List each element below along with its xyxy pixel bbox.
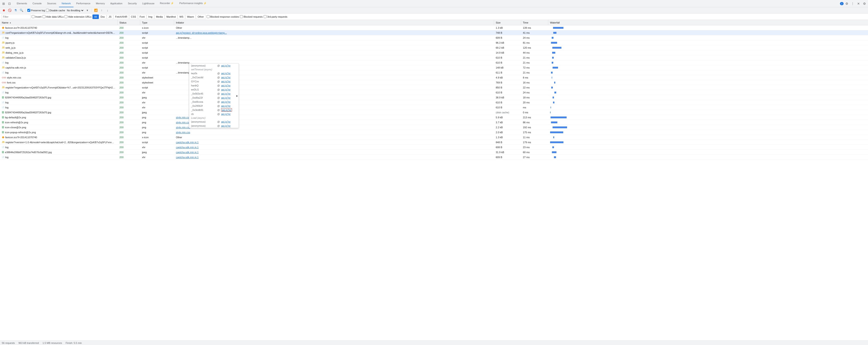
popup-link[interactable]: api.js?pr — [221, 64, 230, 67]
filter-btn-doc[interactable]: Doc — [99, 15, 107, 19]
throttle-dropdown-btn[interactable]: ▾ — [85, 8, 90, 13]
blocked-cookies-checkbox[interactable] — [207, 15, 210, 18]
close-devtools-btn[interactable]: ✕ — [856, 1, 861, 6]
popup-link[interactable]: api.js?pr — [221, 113, 230, 115]
record-btn[interactable]: ⏺ — [1, 8, 6, 13]
tab-performance[interactable]: Performance — [73, 0, 93, 7]
initiator-link[interactable]: style.min.css — [176, 126, 190, 129]
filter-btn-ws[interactable]: WS — [178, 15, 185, 19]
tab-sources[interactable]: Sources — [44, 0, 59, 7]
table-row[interactable]: 🖼bg-default@2x.png200pngstyle.min.css5.9… — [0, 115, 868, 120]
table-row[interactable]: CSSfont.css200stylesheet769 B16 ms — [0, 80, 868, 85]
preserve-log-checkbox[interactable] — [27, 9, 30, 12]
clear-btn[interactable]: 🚫 — [7, 8, 12, 13]
filter-btn-font[interactable]: Font — [138, 15, 147, 19]
popup-link[interactable]: api.js?pr — [221, 108, 232, 112]
table-row[interactable]: JSweb_jy.js200script69.2 kB120 ms — [0, 45, 868, 50]
filter-btn-media[interactable]: Media — [154, 15, 164, 19]
tab-recorder[interactable]: Recorder ⚡ — [157, 0, 177, 7]
initiator-link[interactable]: style.min.css — [176, 121, 190, 124]
table-row[interactable]: 🖼icon-close@2x.png200pngstyle.min.css2.2… — [0, 125, 868, 130]
table-row[interactable]: 📄log200xhrcaptcha-sdk.min.js:1609 B27 ms — [0, 155, 868, 160]
col-time[interactable]: Time — [521, 20, 548, 25]
table-row[interactable]: JSjquery.js200script96.3 kB81 ms — [0, 40, 868, 45]
blocked-cookies-label[interactable]: Blocked response cookies — [207, 15, 239, 18]
col-name[interactable]: Name ▲ — [0, 20, 118, 25]
table-row[interactable]: 🔶favicon.ico?t=201411070740200x-iconOthe… — [0, 135, 868, 140]
popup-link[interactable]: api.js?pr — [221, 105, 230, 107]
table-row[interactable]: 🖼icon-refresh@2x.png200pngstyle.min.css3… — [0, 120, 868, 125]
disable-cache-label[interactable]: Disable cache — [46, 9, 65, 12]
third-party-checkbox[interactable] — [264, 15, 267, 18]
filter-btn-img[interactable]: Img — [147, 15, 154, 19]
tab-security[interactable]: Security — [125, 0, 140, 7]
settings-btn[interactable]: ⚙ — [844, 1, 849, 6]
tab-application[interactable]: Application — [107, 0, 125, 7]
initiator-link[interactable]: captcha-sdk.min.js:1 — [176, 141, 198, 144]
popup-link[interactable]: api.js?pr — [221, 124, 230, 127]
table-row[interactable]: JScaptcha-sdk.min.js200script148 kB72 ms — [0, 65, 868, 70]
popup-link[interactable]: api.js?pr — [221, 96, 230, 99]
table-row[interactable]: JSvalidatorClassJy.js200script610 B21 ms — [0, 55, 868, 60]
col-initiator[interactable]: Initiator — [174, 20, 494, 25]
initiator-link[interactable]: api.js?project_id=online.java.weblogin×t… — [176, 31, 227, 34]
initiator-link[interactable]: captcha-sdk.min.js:1 — [176, 156, 198, 159]
filter-btn-wasm[interactable]: Wasm — [185, 15, 196, 19]
disable-cache-checkbox[interactable] — [46, 9, 49, 12]
col-waterfall[interactable]: Waterfall — [548, 20, 868, 25]
table-row[interactable]: JSregister?organization=xQsKB7v2qSFLFxnv… — [0, 85, 868, 90]
initiator-link[interactable]: style.min.css — [176, 131, 190, 134]
initiator-link[interactable]: style.min.css — [176, 116, 190, 119]
popup-link[interactable]: api.js?pr — [221, 72, 230, 75]
initiator-link[interactable]: captcha-sdk.min.js:1 — [176, 151, 198, 153]
wifi-btn[interactable]: 📶 — [93, 8, 98, 13]
filter-btn-fetch-xhr[interactable]: Fetch/XHR — [113, 15, 129, 19]
filter-btn-other[interactable]: Other — [196, 15, 206, 19]
popup-link[interactable]: api.js?pr — [221, 120, 230, 123]
settings-gear-btn[interactable]: ⚙ — [862, 1, 867, 6]
export-btn[interactable]: ↑ — [99, 8, 104, 13]
popup-link[interactable]: api.js?pr — [221, 76, 230, 79]
invert-checkbox-label[interactable]: Invert — [32, 15, 41, 18]
tab-network[interactable]: Network — [59, 0, 73, 7]
table-row[interactable]: 📄log200xhr...timestamp...611 B21 ms — [0, 70, 868, 75]
col-type[interactable]: Type — [140, 20, 174, 25]
popup-scroll[interactable]: (anonymous)@api.js?prsetTimeout (async)i… — [189, 64, 239, 128]
filter-input[interactable] — [1, 15, 31, 19]
devtools-menu-btn[interactable]: ⊡ — [7, 1, 12, 6]
table-row[interactable]: 📄log200xhr610 Bms — [0, 105, 868, 110]
blocked-requests-label[interactable]: Blocked requests — [240, 15, 262, 18]
tab-console[interactable]: Console — [30, 0, 44, 7]
tab-memory[interactable]: Memory — [93, 0, 107, 7]
third-party-label[interactable]: 3rd-party requests — [264, 15, 287, 18]
table-row[interactable]: 🖼926f47434495f0a2dad30482f7263d70.jpg200… — [0, 110, 868, 115]
table-row[interactable]: CSSstyle.min.css200stylesheet4.9 kB8 ms — [0, 75, 868, 80]
devtools-toggle-btn[interactable]: ⊞ — [1, 1, 6, 6]
popup-link[interactable]: api.js?pr — [221, 80, 230, 83]
filter-btn-manifest[interactable]: Manifest — [164, 15, 178, 19]
table-row[interactable]: 📄log200xhr...timestamp...609 B24 ms — [0, 35, 868, 40]
col-status[interactable]: Status — [118, 20, 140, 25]
filter-btn-all[interactable]: All — [92, 15, 99, 19]
invert-checkbox[interactable] — [32, 15, 35, 18]
table-row[interactable]: 📄log200xhr...timestamp...610 B21 ms — [0, 60, 868, 65]
table-row[interactable]: 📄log200xhr610 B24 ms — [0, 90, 868, 95]
popup-link[interactable]: api.js?pr — [221, 92, 230, 95]
table-row[interactable]: JSdialog_new_jy.js200script14.9 kB44 ms — [0, 50, 868, 55]
tab-performance-insights[interactable]: Performance insights ⚡ — [177, 0, 209, 7]
table-row[interactable]: JSregister?rversion=1.0.4&model=select&c… — [0, 140, 868, 145]
tab-lighthouse[interactable]: Lighthouse — [140, 0, 157, 7]
table-row[interactable]: 🖼icon-popup-refresh@2x.png200pngstyle.mi… — [0, 130, 868, 135]
popup-link[interactable]: api.js?pr — [221, 88, 230, 91]
filter-btn-toolbar[interactable]: ⚗ — [13, 8, 18, 13]
hide-ext-urls-label[interactable]: Hide extension URLs — [64, 15, 91, 18]
hide-ext-urls-checkbox[interactable] — [64, 15, 67, 18]
preserve-log-label[interactable]: Preserve log — [27, 9, 45, 12]
hide-data-urls-label[interactable]: Hide data URLs — [42, 15, 64, 18]
tab-elements[interactable]: Elements — [14, 0, 30, 7]
search-btn[interactable]: 🔍 — [19, 8, 24, 13]
table-row[interactable]: 🔶favicon.ico?t=201411070740200x-iconOthe… — [0, 25, 868, 30]
table-row[interactable]: JSconf?organization=xQsKB7v2qSFLFxnvmjdO… — [0, 30, 868, 35]
table-row[interactable]: 📄log200xhrcaptcha-sdk.min.js:1608 B23 ms — [0, 145, 868, 150]
import-btn[interactable]: ↓ — [105, 8, 110, 13]
